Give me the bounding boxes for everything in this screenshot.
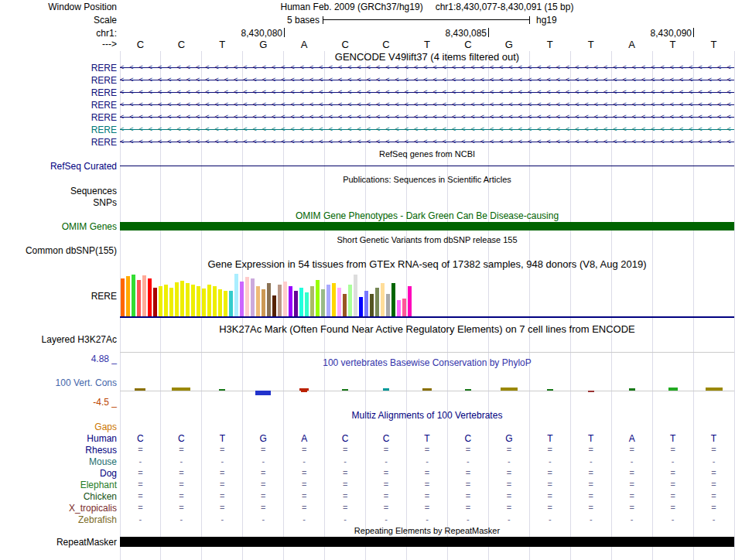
alignment-base: T <box>588 433 593 444</box>
alignment-glyph: = <box>466 480 470 489</box>
multiz-row-gaps[interactable]: Gaps <box>0 421 734 432</box>
species-label: Zebrafish <box>0 514 117 525</box>
alignment-glyph: = <box>629 503 634 512</box>
alignment-glyph: = <box>507 491 511 500</box>
alignment-glyph: = <box>425 468 429 477</box>
alignment-glyph: = <box>384 491 388 500</box>
alignment-glyph: = <box>179 491 183 500</box>
alignment-glyph: - <box>344 514 347 524</box>
alignment-glyph: = <box>670 468 675 477</box>
alignment-glyph: - <box>713 456 716 466</box>
alignment-glyph: = <box>302 503 306 512</box>
alignment-glyph: - <box>262 456 265 466</box>
alignment-glyph: = <box>138 503 142 512</box>
multiz-row-mouse[interactable]: Mouse--------------- <box>0 456 734 467</box>
alignment-base: C <box>342 433 349 444</box>
multiz-row-human[interactable]: HumanCCTGACCTCGTTATT <box>0 432 734 444</box>
alignment-base: T <box>220 433 225 444</box>
alignment-glyph: = <box>466 503 470 512</box>
alignment-glyph: = <box>343 480 347 489</box>
species-label: Rhesus <box>0 445 117 456</box>
alignment-glyph: = <box>425 445 429 454</box>
alignment-glyph: = <box>179 503 183 512</box>
alignment-glyph: = <box>220 468 224 477</box>
alignment-glyph: - <box>508 514 511 524</box>
multiz-row-rhesus[interactable]: Rhesus=============== <box>0 444 734 456</box>
alignment-glyph: = <box>138 491 142 500</box>
alignment-base: C <box>383 433 390 444</box>
alignment-glyph: = <box>302 445 306 454</box>
alignment-glyph: = <box>711 491 716 500</box>
alignment-glyph: - <box>590 514 593 524</box>
repeatmasker-title: Repeating Elements by RepeatMasker <box>120 526 734 535</box>
alignment-glyph: = <box>589 480 593 489</box>
alignment-glyph: = <box>670 503 675 512</box>
alignment-glyph: = <box>179 445 183 454</box>
alignment-glyph: = <box>179 480 183 489</box>
alignment-glyph: = <box>302 468 306 477</box>
alignment-glyph: - <box>713 514 716 524</box>
alignment-glyph: = <box>711 480 716 489</box>
alignment-glyph: = <box>220 491 224 500</box>
alignment-glyph: = <box>466 445 470 454</box>
alignment-base: C <box>178 433 185 444</box>
alignment-glyph: = <box>670 491 675 500</box>
alignment-glyph: = <box>261 480 265 489</box>
alignment-glyph: - <box>672 456 675 466</box>
alignment-glyph: = <box>343 503 347 512</box>
alignment-glyph: = <box>507 503 511 512</box>
alignment-glyph: - <box>549 456 552 466</box>
alignment-glyph: - <box>508 456 511 466</box>
multiz-row-zebrafish[interactable]: Zebrafish--------------- <box>0 514 734 525</box>
alignment-glyph: = <box>548 445 552 454</box>
multiz-row-elephant[interactable]: Elephant=============== <box>0 479 734 490</box>
repeatmasker-label[interactable]: RepeatMasker <box>0 537 117 548</box>
alignment-glyph: - <box>631 514 634 524</box>
multiz-row-x-tropicalis[interactable]: X_tropicalis=============== <box>0 502 734 514</box>
alignment-base: A <box>301 433 307 444</box>
alignment-glyph: - <box>467 456 470 466</box>
multiz-row-dog[interactable]: Dog=============== <box>0 467 734 479</box>
alignment-glyph: = <box>425 503 429 512</box>
alignment-glyph: = <box>629 468 634 477</box>
alignment-glyph: = <box>425 480 429 489</box>
alignment-glyph: - <box>385 514 388 524</box>
alignment-glyph: = <box>548 468 552 477</box>
alignment-glyph: - <box>344 456 347 466</box>
species-label: Dog <box>0 468 117 479</box>
alignment-glyph: = <box>589 468 593 477</box>
alignment-glyph: = <box>711 503 716 512</box>
alignment-glyph: = <box>384 468 388 477</box>
alignment-glyph: = <box>261 445 265 454</box>
species-label: Mouse <box>0 456 117 467</box>
alignment-glyph: - <box>139 456 142 466</box>
alignment-glyph: - <box>303 456 306 466</box>
multiz-row-chicken[interactable]: Chicken=============== <box>0 490 734 502</box>
alignment-base: A <box>629 433 635 444</box>
alignment-base: T <box>424 433 429 444</box>
alignment-glyph: - <box>180 456 183 466</box>
alignment-glyph: = <box>507 468 511 477</box>
repeatmasker-bar[interactable] <box>120 537 734 547</box>
alignment-glyph: - <box>549 514 552 524</box>
alignment-glyph: - <box>426 456 429 466</box>
alignment-glyph: = <box>261 468 265 477</box>
alignment-glyph: = <box>548 480 552 489</box>
alignment-glyph: = <box>384 503 388 512</box>
alignment-glyph: = <box>384 480 388 489</box>
alignment-glyph: = <box>670 445 675 454</box>
alignment-glyph: = <box>343 468 347 477</box>
alignment-glyph: = <box>138 480 142 489</box>
alignment-glyph: = <box>466 491 470 500</box>
alignment-glyph: = <box>220 503 224 512</box>
genome-browser-view[interactable]: Window Position Human Feb. 2009 (GRCh37/… <box>0 0 735 560</box>
alignment-base: T <box>711 433 716 444</box>
species-label: Elephant <box>0 480 117 490</box>
alignment-glyph: = <box>507 445 511 454</box>
alignment-glyph: = <box>261 503 265 512</box>
alignment-glyph: - <box>220 456 224 466</box>
multiz-rows: GapsHumanCCTGACCTCGTTATTRhesus==========… <box>0 0 735 560</box>
alignment-glyph: = <box>589 445 593 454</box>
alignment-glyph: = <box>711 445 716 454</box>
species-label: X_tropicalis <box>0 503 117 514</box>
